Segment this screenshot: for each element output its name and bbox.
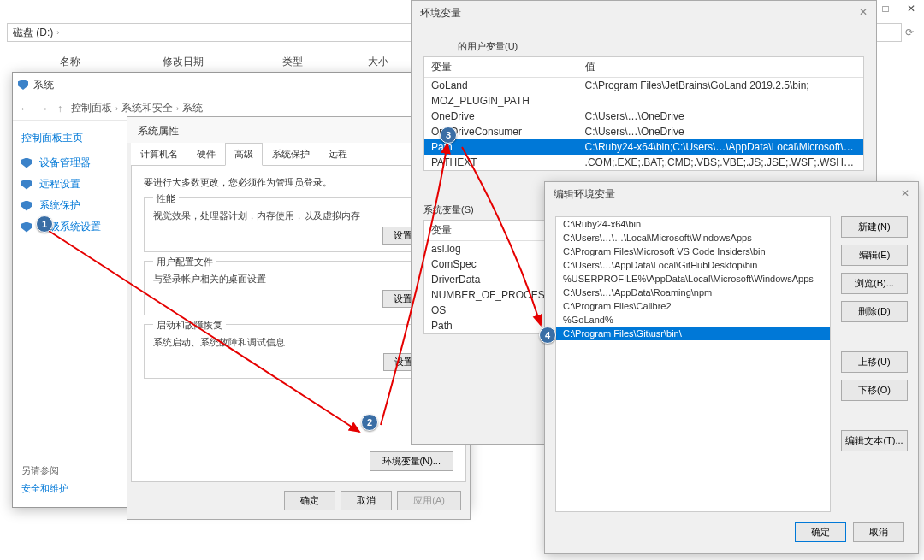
close-icon[interactable]: ✕ bbox=[859, 6, 868, 20]
col-name[interactable]: 名称 bbox=[60, 51, 163, 72]
system-titlebar: 系统 bbox=[13, 73, 469, 97]
table-row[interactable]: GoLandC:\Program Files\JetBrains\GoLand … bbox=[424, 78, 863, 94]
list-item[interactable]: C:\Users\…\AppData\Local\GitHubDesktop\b… bbox=[556, 258, 830, 272]
props-footer: 确定 取消 应用(A) bbox=[127, 486, 470, 516]
shield-icon bbox=[21, 180, 32, 190]
edit-title: 编辑环境变量 bbox=[554, 187, 615, 201]
edit-env-dialog: 编辑环境变量 ✕ C:\Ruby24-x64\binC:\Users\…\…\L… bbox=[544, 181, 919, 554]
system-icon bbox=[18, 80, 28, 90]
refresh-icon[interactable]: ⟳ bbox=[902, 27, 917, 38]
table-row[interactable]: MOZ_PLUGIN_PATH bbox=[424, 93, 863, 109]
list-item[interactable]: C:\Program Files\Microsoft VS Code Insid… bbox=[556, 245, 830, 258]
sidebar-item-protect[interactable]: 系统保护 bbox=[21, 195, 124, 216]
delete-button[interactable]: 删除(D) bbox=[841, 301, 908, 322]
ok-button[interactable]: 确定 bbox=[795, 522, 846, 542]
list-item[interactable]: C:\Users\…\…\Local\Microsoft\WindowsApps bbox=[556, 231, 830, 245]
user-vars-table[interactable]: 变量 值 GoLandC:\Program Files\JetBrains\Go… bbox=[424, 56, 864, 171]
sidebar-label: 远程设置 bbox=[39, 177, 80, 192]
shield-icon bbox=[21, 222, 32, 233]
sidebar-label: 系统保护 bbox=[39, 198, 80, 213]
move-down-button[interactable]: 下移(O) bbox=[841, 380, 908, 401]
close-icon[interactable]: ✕ bbox=[901, 187, 909, 201]
apply-button[interactable]: 应用(A) bbox=[397, 491, 461, 510]
chevron-right-icon: › bbox=[56, 28, 59, 37]
profile-desc: 与登录帐户相关的桌面设置 bbox=[153, 273, 444, 286]
col-variable[interactable]: 变量 bbox=[424, 57, 578, 78]
edit-titlebar: 编辑环境变量 ✕ bbox=[545, 182, 918, 206]
chevron-right-icon: › bbox=[176, 104, 179, 113]
nav-back-icon[interactable]: ← bbox=[20, 103, 30, 115]
see-also-link[interactable]: 安全和维护 bbox=[21, 482, 68, 495]
admin-info: 要进行大多数更改，您必须作为管理员登录。 bbox=[144, 176, 453, 189]
startup-fieldset: 启动和故障恢复 系统启动、系统故障和调试信息 设置(T)... bbox=[144, 324, 453, 379]
breadcrumb-2[interactable]: 系统 bbox=[182, 101, 203, 115]
perf-fieldset: 性能 视觉效果，处理器计划，内存使用，以及虚拟内存 设置(S)... bbox=[144, 197, 453, 252]
col-type[interactable]: 类型 bbox=[282, 51, 368, 72]
shield-icon bbox=[21, 201, 32, 211]
edit-side-buttons: 新建(N) 编辑(E) 浏览(B)... 删除(D) 上移(U) 下移(O) 编… bbox=[841, 216, 908, 512]
env-title: 环境变量 bbox=[420, 6, 461, 20]
sidebar-label: 设备管理器 bbox=[39, 156, 91, 170]
table-row[interactable]: PathC:\Ruby24-x64\bin;C:\Users\…\AppData… bbox=[424, 139, 863, 155]
tab-protection[interactable]: 系统保护 bbox=[263, 143, 319, 166]
system-sidebar: 控制面板主页 设备管理器 远程设置 系统保护 高级系统设置 另请参阅 安全和维护 bbox=[13, 121, 124, 507]
close-icon[interactable]: ✕ bbox=[898, 0, 924, 17]
sidebar-item-devmgr[interactable]: 设备管理器 bbox=[21, 152, 124, 174]
tab-computername[interactable]: 计算机名 bbox=[131, 143, 187, 166]
system-title: 系统 bbox=[33, 78, 54, 92]
edit-button[interactable]: 编辑(E) bbox=[841, 245, 908, 266]
profile-fieldset: 用户配置文件 与登录帐户相关的桌面设置 设置(E)... bbox=[144, 261, 453, 315]
table-row[interactable]: OneDriveConsumerC:\Users\…\OneDrive bbox=[424, 124, 863, 139]
list-item[interactable]: %USERPROFILE%\AppData\Local\Microsoft\Wi… bbox=[556, 272, 830, 286]
col-value[interactable]: 值 bbox=[578, 57, 863, 78]
tab-advanced[interactable]: 高级 bbox=[225, 143, 263, 166]
tab-hardware[interactable]: 硬件 bbox=[187, 143, 225, 166]
startup-desc: 系统启动、系统故障和调试信息 bbox=[153, 336, 444, 349]
sidebar-item-remote[interactable]: 远程设置 bbox=[21, 174, 124, 195]
see-also-label: 另请参阅 bbox=[21, 464, 68, 477]
chevron-right-icon: › bbox=[116, 104, 118, 113]
cancel-button[interactable]: 取消 bbox=[853, 522, 904, 542]
annotation-marker-3: 3 bbox=[440, 127, 457, 144]
new-button[interactable]: 新建(N) bbox=[841, 216, 908, 238]
drive-label: 磁盘 (D:) bbox=[13, 26, 53, 40]
move-up-button[interactable]: 上移(U) bbox=[841, 351, 908, 373]
profile-legend: 用户配置文件 bbox=[153, 256, 216, 268]
env-titlebar: 环境变量 ✕ bbox=[412, 1, 876, 25]
list-item[interactable]: C:\Ruby24-x64\bin bbox=[556, 217, 830, 231]
list-item[interactable]: %GoLand% bbox=[556, 313, 830, 327]
annotation-marker-2: 2 bbox=[361, 414, 378, 431]
path-list[interactable]: C:\Ruby24-x64\binC:\Users\…\…\Local\Micr… bbox=[555, 216, 831, 512]
list-item[interactable]: C:\Users\…\AppData\Roaming\npm bbox=[556, 286, 830, 299]
cancel-button[interactable]: 取消 bbox=[341, 491, 392, 510]
breadcrumb-1[interactable]: 系统和安全 bbox=[121, 101, 173, 115]
breadcrumb-0[interactable]: 控制面板 bbox=[71, 101, 112, 115]
annotation-marker-4: 4 bbox=[539, 327, 556, 344]
shield-icon bbox=[21, 158, 32, 168]
ok-button[interactable]: 确定 bbox=[284, 491, 335, 510]
edit-text-button[interactable]: 编辑文本(T)... bbox=[841, 430, 908, 451]
edit-footer: 确定 取消 bbox=[545, 522, 918, 552]
table-row[interactable]: PATHEXT.COM;.EXE;.BAT;.CMD;.VBS;.VBE;.JS… bbox=[424, 155, 863, 170]
env-vars-button[interactable]: 环境变量(N)... bbox=[370, 451, 453, 471]
list-item[interactable]: C:\Program Files\Calibre2 bbox=[556, 299, 830, 313]
list-item[interactable]: C:\Program Files\Git\usr\bin\ bbox=[556, 327, 830, 340]
user-vars-label: 的用户变量(U) bbox=[412, 25, 876, 56]
perf-legend: 性能 bbox=[153, 192, 179, 205]
startup-legend: 启动和故障恢复 bbox=[153, 319, 226, 332]
nav-fwd-icon[interactable]: → bbox=[38, 103, 49, 115]
perf-desc: 视觉效果，处理器计划，内存使用，以及虚拟内存 bbox=[153, 209, 444, 222]
table-row[interactable]: OneDriveC:\Users\…\OneDrive bbox=[424, 109, 863, 124]
annotation-marker-1: 1 bbox=[36, 215, 53, 233]
browse-button[interactable]: 浏览(B)... bbox=[841, 273, 908, 294]
tab-remote[interactable]: 远程 bbox=[319, 143, 357, 166]
nav-up-icon[interactable]: ↑ bbox=[57, 103, 62, 115]
col-date[interactable]: 修改日期 bbox=[163, 51, 282, 72]
sidebar-head[interactable]: 控制面板主页 bbox=[21, 131, 124, 145]
